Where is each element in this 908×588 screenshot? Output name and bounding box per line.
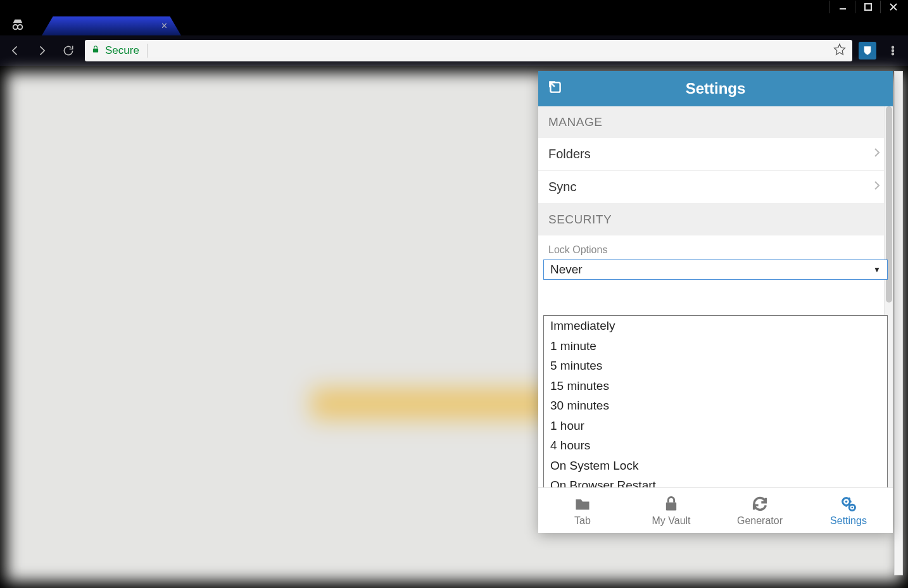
lock-option-item[interactable]: On System Lock [544, 456, 887, 476]
bookmark-star-icon[interactable] [833, 43, 846, 58]
popup-body: MANAGE Folders Sync SECURITY Lock Option… [538, 106, 893, 487]
back-button[interactable] [5, 41, 25, 61]
svg-point-16 [845, 500, 848, 503]
lock-options-value: Never [550, 263, 583, 277]
svg-point-11 [892, 53, 894, 55]
popup-title: Settings [547, 80, 884, 97]
svg-point-9 [892, 46, 894, 48]
lock-option-item[interactable]: 5 minutes [544, 356, 887, 376]
minimize-button[interactable] [829, 1, 855, 13]
forward-button[interactable] [32, 41, 52, 61]
tab-close-icon[interactable]: × [161, 21, 172, 31]
reload-button[interactable] [58, 41, 79, 61]
secure-label: Secure [105, 44, 139, 57]
nav-settings[interactable]: Settings [804, 488, 893, 533]
nav-vault-label: My Vault [652, 515, 690, 527]
row-sync-label: Sync [548, 180, 576, 194]
bitwarden-extension-icon[interactable] [859, 42, 876, 59]
lock-option-item[interactable]: 30 minutes [544, 396, 887, 416]
nav-tab-label: Tab [574, 515, 591, 527]
popup-header: Settings [538, 71, 893, 106]
nav-tab[interactable]: Tab [538, 488, 627, 533]
lock-options-select[interactable]: Never ▼ [543, 260, 888, 280]
maximize-button[interactable] [855, 1, 880, 13]
browser-menu-icon[interactable] [883, 41, 903, 61]
extension-popup: Settings MANAGE Folders Sync SECURITY Lo… [538, 71, 893, 533]
tab-strip: × [0, 14, 908, 35]
section-header-manage: MANAGE [538, 106, 893, 138]
chevron-down-icon: ▼ [873, 265, 881, 274]
page-content: Settings MANAGE Folders Sync SECURITY Lo… [0, 66, 908, 588]
lock-option-item[interactable]: 1 hour [544, 416, 887, 436]
svg-rect-1 [865, 4, 871, 10]
browser-tab[interactable]: × [42, 16, 181, 35]
divider [147, 44, 148, 58]
close-button[interactable] [880, 1, 905, 13]
window-frame: × Secure Settings [0, 0, 908, 588]
lock-icon [91, 45, 100, 56]
lock-option-item[interactable]: 4 hours [544, 435, 887, 456]
nav-generator[interactable]: Generator [716, 488, 804, 533]
lock-options-dropdown[interactable]: Immediately1 minute5 minutes15 minutes30… [543, 315, 888, 487]
incognito-icon [5, 14, 30, 35]
svg-rect-7 [93, 49, 98, 53]
svg-rect-14 [666, 502, 676, 510]
lock-options-label: Lock Options [538, 235, 893, 260]
titlebar [0, 0, 908, 14]
row-sync[interactable]: Sync [538, 171, 893, 204]
row-folders[interactable]: Folders [538, 138, 893, 171]
browser-toolbar: Secure [0, 35, 908, 66]
nav-vault[interactable]: My Vault [627, 488, 716, 533]
page-scrollbar[interactable] [894, 71, 903, 575]
lock-option-item[interactable]: 15 minutes [544, 376, 887, 396]
svg-point-5 [18, 25, 22, 29]
nav-generator-label: Generator [737, 515, 783, 527]
nav-settings-label: Settings [830, 515, 867, 527]
lock-option-item[interactable]: 1 minute [544, 336, 887, 356]
row-folders-label: Folders [548, 147, 591, 161]
chevron-right-icon [871, 180, 883, 194]
address-bar[interactable]: Secure [85, 40, 852, 61]
svg-point-4 [13, 25, 18, 29]
popup-bottom-nav: Tab My Vault Generator Settings [538, 487, 893, 533]
chevron-right-icon [871, 147, 883, 161]
lock-option-item[interactable]: On Browser Restart [544, 475, 887, 487]
new-tab-button[interactable] [182, 20, 208, 35]
svg-point-18 [851, 506, 853, 508]
section-header-security: SECURITY [538, 204, 893, 235]
lock-option-item[interactable]: Immediately [544, 316, 887, 336]
svg-point-10 [892, 50, 894, 52]
svg-marker-8 [835, 44, 845, 55]
